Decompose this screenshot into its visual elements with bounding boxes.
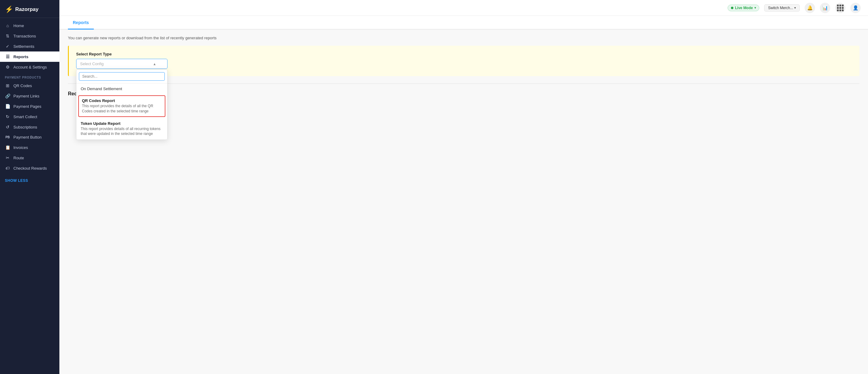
qr-codes-report-title: QR Codes Report [82, 98, 162, 103]
sidebar-item-invoices[interactable]: 📋 Invoices [0, 142, 59, 153]
invoices-icon: 📋 [5, 145, 10, 150]
qr-codes-report-desc: This report provides the details of all … [82, 103, 162, 114]
sidebar-item-payment-button[interactable]: PB Payment Button [0, 132, 59, 142]
sidebar-item-payment-pages[interactable]: 📄 Payment Pages [0, 101, 59, 112]
sidebar-item-home[interactable]: ⌂ Home [0, 21, 59, 31]
sidebar-item-smart-collect-label: Smart Collect [13, 115, 37, 119]
token-update-report-desc: This report provides details of all recu… [81, 126, 163, 137]
topbar: Live Mode ▾ Switch Merch... ▾ 🔔 📊 👤 [59, 0, 868, 16]
content-area: Reports You can generate new reports or … [59, 16, 868, 374]
sidebar-item-payment-links[interactable]: 🔗 Payment Links [0, 91, 59, 101]
option-token-update-report[interactable]: Token Update Report This report provides… [76, 118, 167, 140]
sidebar: ⚡ Razorpay ⌂ Home ⇅ Transactions ✓ Settl… [0, 0, 59, 374]
sidebar-item-checkout-rewards[interactable]: 🏷 Checkout Rewards [0, 163, 59, 173]
switch-merchant-button[interactable]: Switch Merch... ▾ [764, 4, 800, 11]
live-mode-chevron-icon: ▾ [754, 6, 756, 9]
dropdown-chevron-up-icon: ▲ [153, 62, 156, 66]
recent-reports-heading: Recent Reports [68, 91, 860, 97]
switch-merch-label: Switch Merch... [768, 6, 793, 10]
sidebar-item-settlements-label: Settlements [13, 44, 34, 49]
razorpay-logo-icon: ⚡ [5, 5, 13, 13]
sidebar-item-route-label: Route [13, 156, 24, 160]
report-type-dropdown-trigger[interactable]: Select Config ▲ [76, 59, 167, 69]
tab-bar: Reports [59, 16, 868, 30]
option-on-demand-settlement[interactable]: On Demand Settlement [76, 84, 167, 94]
sidebar-item-reports[interactable]: ☰ Reports [0, 52, 59, 62]
sidebar-item-checkout-rewards-label: Checkout Rewards [13, 166, 47, 170]
sidebar-logo: ⚡ Razorpay [0, 0, 59, 18]
divider [68, 84, 860, 84]
sidebar-item-transactions[interactable]: ⇅ Transactions [0, 31, 59, 41]
report-subtitle: You can generate new reports or download… [68, 36, 860, 40]
option-qr-codes-report[interactable]: QR Codes Report This report provides the… [78, 95, 165, 117]
dropdown-search-area [76, 70, 167, 84]
dropdown-search-input[interactable] [79, 72, 165, 81]
checkout-rewards-icon: 🏷 [5, 166, 10, 170]
live-mode-label: Live Mode [735, 6, 753, 10]
sidebar-item-transactions-label: Transactions [13, 34, 36, 38]
sidebar-item-payment-pages-label: Payment Pages [13, 104, 41, 109]
sidebar-item-qr-codes[interactable]: ⊞ QR Codes [0, 81, 59, 91]
option-on-demand-label: On Demand Settlement [81, 87, 122, 91]
sidebar-item-invoices-label: Invoices [13, 145, 28, 150]
notification-button[interactable]: 🔔 [805, 3, 815, 13]
main-area: Live Mode ▾ Switch Merch... ▾ 🔔 📊 👤 [59, 0, 868, 374]
sidebar-item-settlements[interactable]: ✓ Settlements [0, 41, 59, 52]
payment-button-icon: PB [5, 135, 10, 139]
user-icon: 👤 [853, 5, 859, 11]
apps-button[interactable] [835, 3, 845, 13]
razorpay-logo-text: Razorpay [15, 6, 39, 12]
sidebar-item-reports-label: Reports [13, 55, 28, 59]
live-mode-badge[interactable]: Live Mode ▾ [727, 5, 759, 11]
qr-codes-icon: ⊞ [5, 83, 10, 88]
show-less-button[interactable]: SHOW LESS [5, 179, 28, 183]
subscriptions-icon: ↺ [5, 125, 10, 129]
reports-icon: ☰ [5, 54, 10, 59]
select-report-type-label: Select Report Type [76, 52, 852, 56]
settlements-icon: ✓ [5, 44, 10, 49]
tab-reports-label: Reports [73, 20, 89, 25]
route-icon: ✂ [5, 155, 10, 160]
sidebar-item-account-settings[interactable]: ⚙ Account & Settings [0, 62, 59, 72]
tab-reports[interactable]: Reports [68, 16, 94, 30]
select-config-placeholder: Select Config [80, 62, 103, 66]
sidebar-item-qr-codes-label: QR Codes [13, 84, 32, 88]
sidebar-item-home-label: Home [13, 24, 24, 28]
dropdown-options-list: On Demand Settlement QR Codes Report Thi… [76, 84, 167, 139]
sidebar-nav: ⌂ Home ⇅ Transactions ✓ Settlements ☰ Re… [0, 18, 59, 176]
report-section: You can generate new reports or download… [68, 36, 860, 97]
sidebar-bottom: SHOW LESS [0, 176, 59, 188]
switch-merch-chevron-icon: ▾ [794, 6, 796, 9]
report-config-panel: Select Report Type Select Config ▲ [68, 46, 860, 76]
smart-collect-icon: ↻ [5, 114, 10, 119]
sidebar-item-route[interactable]: ✂ Route [0, 153, 59, 163]
payment-links-icon: 🔗 [5, 94, 10, 98]
payment-pages-icon: 📄 [5, 104, 10, 109]
grid-icon [837, 5, 844, 11]
bell-icon: 🔔 [807, 5, 813, 11]
activity-button[interactable]: 📊 [820, 3, 830, 13]
sidebar-item-payment-links-label: Payment Links [13, 94, 39, 98]
sidebar-item-smart-collect[interactable]: ↻ Smart Collect [0, 112, 59, 122]
user-profile-button[interactable]: 👤 [850, 3, 861, 13]
live-dot-icon [731, 7, 733, 9]
sidebar-item-subscriptions[interactable]: ↺ Subscriptions [0, 122, 59, 132]
report-type-dropdown-popup: On Demand Settlement QR Codes Report Thi… [76, 69, 167, 140]
report-type-dropdown-container: Select Config ▲ On Demand Settlement [76, 59, 167, 69]
sidebar-item-account-settings-label: Account & Settings [13, 65, 47, 69]
transactions-icon: ⇅ [5, 33, 10, 38]
settings-icon: ⚙ [5, 65, 10, 69]
sidebar-item-subscriptions-label: Subscriptions [13, 125, 37, 129]
token-update-report-title: Token Update Report [81, 121, 163, 126]
activity-icon: 📊 [822, 5, 828, 11]
home-icon: ⌂ [5, 23, 10, 28]
payment-products-label: PAYMENT PRODUCTS [0, 72, 59, 81]
sidebar-item-payment-button-label: Payment Button [13, 135, 42, 139]
